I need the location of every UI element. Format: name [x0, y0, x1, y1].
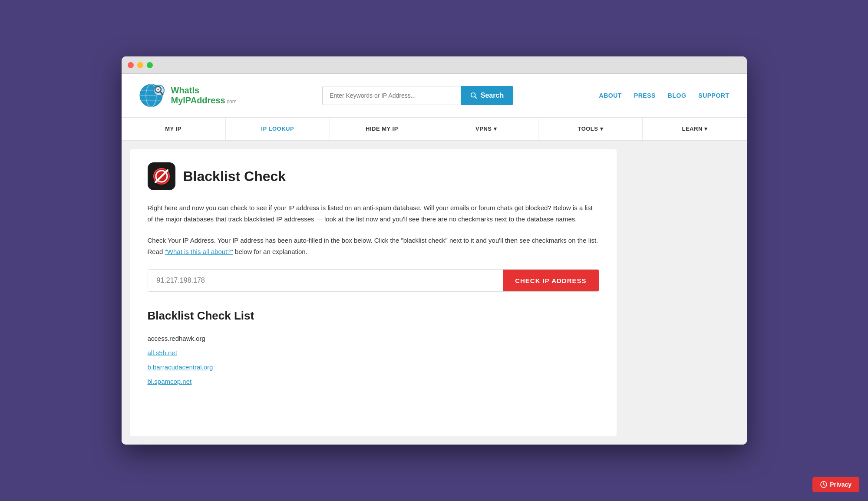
titlebar [122, 56, 747, 74]
privacy-button[interactable]: Privacy [812, 477, 859, 492]
traffic-lights [128, 62, 153, 68]
nav-my-ip[interactable]: MY IP [122, 118, 226, 140]
minimize-button[interactable] [137, 62, 143, 68]
search-area: Search [322, 86, 513, 105]
sidebar [625, 141, 747, 445]
top-nav: ABOUT PRESS BLOG SUPPORT [599, 92, 729, 99]
main-nav: MY IP IP LOOKUP HIDE MY IP VPNS ▾ TOOLS … [122, 118, 747, 141]
nav-hide-my-ip[interactable]: HIDE MY IP [330, 118, 434, 140]
search-icon [470, 92, 477, 99]
blacklist-items: access.redhawk.org all.s5h.net b.barracu… [148, 331, 599, 389]
check-text: Check Your IP Address. Your IP address h… [148, 235, 599, 257]
what-is-link[interactable]: "What is this all about?" [165, 248, 233, 255]
nav-learn[interactable]: LEARN ▾ [643, 118, 746, 140]
check-ip-button[interactable]: CHECK IP ADDRESS [503, 270, 598, 291]
search-button[interactable]: Search [461, 86, 513, 105]
blacklist-link[interactable]: b.barracudacentral.org [148, 363, 213, 371]
blacklist-list-title: Blacklist Check List [148, 309, 599, 323]
page-content: Blacklist Check Right here and now you c… [122, 141, 747, 445]
description-text: Right here and now you can check to see … [148, 202, 599, 224]
nav-press[interactable]: PRESS [634, 92, 656, 99]
nav-tools[interactable]: TOOLS ▾ [538, 118, 643, 140]
nav-support[interactable]: SUPPORT [698, 92, 729, 99]
maximize-button[interactable] [147, 62, 153, 68]
list-item: all.s5h.net [148, 346, 599, 360]
ip-check-form: CHECK IP ADDRESS [148, 269, 599, 292]
site-header: WhatIs MyIPAddress.com Search ABOUT PRES… [122, 74, 747, 118]
privacy-icon [820, 481, 827, 488]
browser-window: WhatIs MyIPAddress.com Search ABOUT PRES… [122, 56, 747, 445]
logo-text: WhatIs MyIPAddress.com [171, 86, 237, 105]
ip-address-input[interactable] [148, 270, 503, 291]
logo-icon [139, 82, 167, 109]
list-item: bl.spamcop.net [148, 374, 599, 389]
nav-blog[interactable]: BLOG [668, 92, 686, 99]
nav-ip-lookup[interactable]: IP LOOKUP [226, 118, 330, 140]
blacklist-icon [148, 162, 175, 190]
svg-line-11 [475, 96, 476, 98]
list-item: b.barracudacentral.org [148, 360, 599, 374]
page-title: Blacklist Check [183, 168, 286, 185]
list-item: access.redhawk.org [148, 331, 599, 346]
blacklist-link[interactable]: bl.spamcop.net [148, 378, 192, 385]
nav-about[interactable]: ABOUT [599, 92, 622, 99]
blacklist-link[interactable]: all.s5h.net [148, 349, 177, 356]
logo-area[interactable]: WhatIs MyIPAddress.com [139, 82, 237, 109]
search-input[interactable] [322, 86, 461, 105]
main-content-area: Blacklist Check Right here and now you c… [130, 149, 617, 436]
page-header: Blacklist Check [148, 162, 599, 190]
nav-vpns[interactable]: VPNS ▾ [434, 118, 538, 140]
svg-point-9 [157, 89, 158, 90]
close-button[interactable] [128, 62, 134, 68]
